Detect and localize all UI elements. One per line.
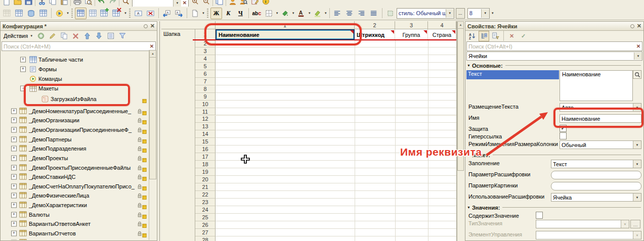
quick-search-combo[interactable]: ▼✕ [132,0,189,7]
row-header-5[interactable]: 5 [195,63,216,70]
sheet-row[interactable] [216,123,456,130]
configuration-search-input[interactable] [2,43,148,50]
align-right-button[interactable] [356,8,368,19]
add-button[interactable] [35,31,46,41]
tree-item-19[interactable]: +ВариантыОтчетов [1,229,149,238]
sheet-row[interactable] [216,183,456,191]
expand-icon[interactable]: + [11,240,17,240]
move-up-button[interactable] [82,31,93,41]
section-header-2[interactable]: ▼Макет: [467,152,641,158]
sheet-scrollbar[interactable]: ▲ [457,21,464,241]
sheet-row[interactable] [216,63,456,70]
row-header-9[interactable]: 9 [195,93,216,101]
sheet-row[interactable] [216,214,456,221]
copy-add-button[interactable] [59,31,69,41]
bold-button[interactable]: Ж [210,8,222,19]
tree-item-20[interactable]: +ВерсииПоставляемыхРасширений [1,238,149,240]
row-header-15[interactable]: 15 [195,138,216,146]
style-combo[interactable]: стиль: Обычный шр▼ [397,8,454,19]
row-header-11[interactable]: 11 [195,108,216,116]
row-header-28[interactable]: 28 [195,236,216,241]
tree-item-12[interactable]: +_ДемоПроектыПрисоединенныеФайлы [1,163,149,172]
open-icon[interactable] [13,0,22,6]
property-value-ТипЗначения[interactable]: ▼ [536,220,629,228]
row-header-17[interactable]: 17 [195,153,216,161]
style-more-button[interactable]: ... [456,8,465,19]
shift-cells-left-button[interactable]: A [161,8,173,19]
expand-icon[interactable]: + [11,193,17,199]
property-value-ЭлементУправления[interactable]: ▼ [536,231,641,239]
show-important-button[interactable] [490,31,501,41]
pin-icon[interactable] [630,24,634,28]
delete-area-button[interactable] [111,8,123,19]
remove-name-button[interactable] [145,8,156,19]
filter-button[interactable] [117,31,127,41]
sort-list-button[interactable] [105,31,116,41]
print-icon[interactable] [72,0,82,6]
align-left-button[interactable] [332,8,344,19]
dropdown-caret-icon[interactable]: ▼ [202,12,205,15]
expand-icon[interactable]: + [20,67,26,72]
row-header-3[interactable]: 3 [195,47,216,55]
sheet-row[interactable] [216,101,456,108]
dropdown-caret-icon[interactable]: ▼ [292,12,295,15]
borders-button[interactable] [263,8,275,19]
tree-scrollbar[interactable]: ▲ [149,50,156,240]
actions-menu-button[interactable]: Действия ▼ [2,31,34,41]
properties-search-input[interactable] [467,43,635,50]
expand-icon[interactable]: + [11,127,17,133]
clear-search-icon[interactable]: ✕ [148,43,155,49]
sheet-row[interactable] [216,168,456,176]
font-size-combo[interactable]: 8▼ [467,8,490,19]
expand-icon[interactable]: + [11,156,17,161]
align-justify-button[interactable] [368,8,380,19]
redo-icon[interactable] [108,0,117,6]
page-setup-button[interactable] [189,8,201,19]
sheet-row[interactable] [216,221,456,229]
property-value-Заполнение[interactable]: Текст▼ [551,160,641,168]
sheet-row[interactable] [216,93,456,101]
print-preview-icon[interactable] [83,0,93,6]
underline-button[interactable]: Ч [235,8,246,19]
edit-button[interactable] [47,31,58,41]
sheet-row[interactable] [216,199,456,206]
dropdown-caret-icon[interactable]: ▼ [173,0,181,7]
dropdown-caret-icon[interactable]: ▼ [481,9,489,18]
close-icon[interactable]: ✕ [637,23,641,29]
tree-item-1[interactable]: +Табличные части [1,55,149,64]
sheet-row[interactable] [216,191,456,199]
row-header-20[interactable]: 20 [195,176,216,183]
sheet-row[interactable] [216,130,456,138]
tree-item-16[interactable]: +_ДемоХарактеристики [1,201,149,210]
dropdown-caret-icon[interactable]: ▼ [124,12,127,15]
tree-item-2[interactable]: +Формы [1,65,149,74]
accept-edit-icon[interactable]: ✓ [518,31,529,41]
expand-icon[interactable]: + [11,221,17,227]
sheet-row[interactable] [216,78,456,85]
cut-icon[interactable] [37,0,47,6]
tree-item-11[interactable]: +_ДемоПроекты [1,154,149,163]
row-header-10[interactable]: 10 [195,101,216,108]
sheet-row[interactable] [216,116,456,123]
user-icon[interactable] [228,0,237,6]
section-header-1[interactable]: ▼Основные: [467,62,641,69]
clear-search-icon[interactable]: ✕ [635,43,642,49]
cell-format-button[interactable] [1,8,13,19]
font-color-button[interactable]: A [295,8,307,19]
tree-item-7[interactable]: +_ДемоОрганизации [1,116,149,125]
scroll-up-icon[interactable]: ▲ [149,50,156,58]
highlight-color-button[interactable] [312,8,323,19]
tree-item-9[interactable]: +_ДемоПартнеры [1,135,149,144]
assign-name-button[interactable]: A [133,8,144,19]
row-header-12[interactable]: 12 [195,116,216,123]
row-header-13[interactable]: 13 [195,123,216,130]
sheet-row[interactable] [216,85,456,93]
move-down-button[interactable] [94,31,104,41]
italic-button[interactable]: К [223,8,234,19]
fill-color-button[interactable] [279,8,291,19]
row-header-22[interactable]: 22 [195,191,216,199]
tree-item-10[interactable]: +_ДемоПодразделения [1,144,149,153]
table-properties-button[interactable] [13,8,25,19]
scrollbar-thumb[interactable] [149,57,156,179]
dropdown-caret-icon[interactable]: ▼ [446,9,454,18]
